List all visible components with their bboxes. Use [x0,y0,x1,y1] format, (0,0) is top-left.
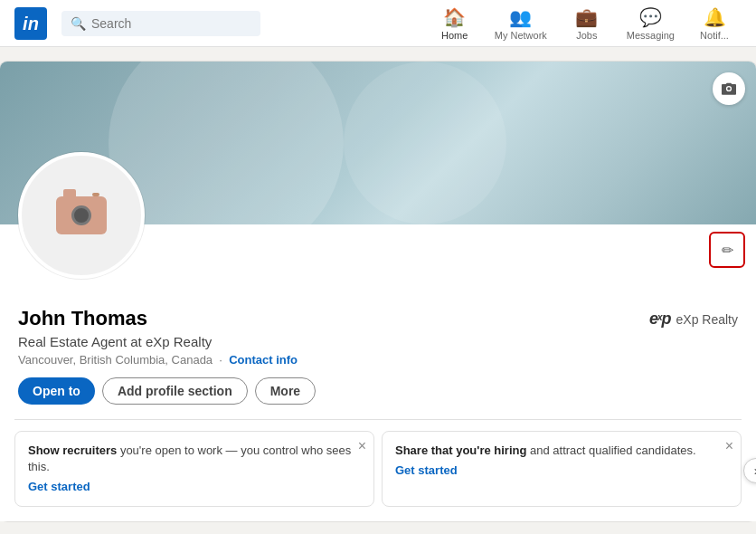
hiring-card: × Share that you're hiring and attract q… [382,431,742,508]
profile-location: Vancouver, British Columbia, Canada · Co… [18,353,738,367]
company-logo: exp [649,310,671,329]
notification-row: × Show recruiters you're open to work — … [0,420,756,522]
linkedin-logo[interactable]: in [14,7,47,40]
open-to-work-text: Show recruiters you're open to work — yo… [28,443,361,475]
open-to-button[interactable]: Open to [18,377,95,405]
hiring-text: Share that you're hiring and attract qua… [395,443,728,459]
edit-profile-button[interactable]: ✏ [709,232,745,268]
search-bar[interactable]: 🔍 [61,11,260,36]
hiring-get-started-link[interactable]: Get started [395,462,728,479]
bell-icon: 🔔 [704,6,726,28]
camera-lens [71,205,91,225]
close-hiring-button[interactable]: × [725,439,733,453]
nav-item-network[interactable]: 👥 My Network [482,6,560,41]
home-icon: 🏠 [443,6,466,28]
profile-card: ✏ John Thomas exp eXp Realty Real Estate… [0,62,756,521]
company-badge: exp eXp Realty [649,310,738,329]
nav-item-notifications[interactable]: 🔔 Notif... [687,6,742,41]
profile-title: Real Estate Agent at eXp Realty [18,334,738,349]
add-profile-section-button[interactable]: Add profile section [102,377,248,405]
nav-item-jobs[interactable]: 💼 Jobs [560,6,614,41]
camera-icon [721,81,737,96]
nav-item-home[interactable]: 🏠 Home [428,6,482,41]
search-input[interactable] [91,16,245,31]
avatar [18,152,145,279]
network-icon: 👥 [509,6,532,28]
open-to-work-card: × Show recruiters you're open to work — … [14,431,374,508]
messaging-icon: 💬 [639,6,662,28]
camera-flash [63,189,76,196]
page-content: ✏ John Thomas exp eXp Realty Real Estate… [0,47,756,534]
edit-cover-photo-button[interactable] [713,72,745,105]
search-icon: 🔍 [71,16,86,31]
profile-name: John Thomas [18,306,147,332]
company-name: eXp Realty [676,312,738,327]
profile-name-block: John Thomas [18,306,147,332]
avatar-camera-graphic [56,196,107,234]
camera-viewfinder [92,193,99,196]
action-buttons: Open to Add profile section More [18,377,738,405]
cover-decoration-1 [109,62,344,224]
jobs-icon: 💼 [575,6,598,28]
contact-info-link[interactable]: Contact info [229,353,298,367]
nav-items: 🏠 Home 👥 My Network 💼 Jobs 💬 Messaging 🔔… [428,6,742,41]
more-button[interactable]: More [255,377,316,405]
cover-decoration-2 [344,62,506,224]
profile-main-row: John Thomas exp eXp Realty [18,306,738,332]
pencil-icon: ✏ [722,242,733,259]
navbar: in 🔍 🏠 Home 👥 My Network 💼 Jobs 💬 Messag… [0,0,756,47]
open-to-work-get-started-link[interactable]: Get started [28,479,361,495]
close-open-to-work-button[interactable]: × [358,439,366,453]
nav-item-messaging[interactable]: 💬 Messaging [614,6,687,41]
carousel-next-button[interactable]: › [743,458,756,483]
